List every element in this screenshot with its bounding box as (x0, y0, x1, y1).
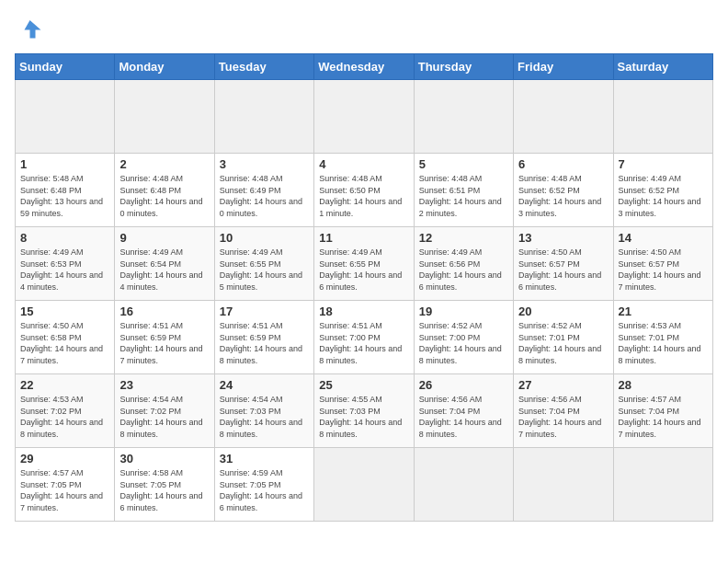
calendar-cell: 23Sunrise: 4:54 AMSunset: 7:02 PMDayligh… (115, 374, 214, 448)
day-detail: Sunrise: 4:55 AMSunset: 7:03 PMDaylight:… (319, 394, 408, 440)
calendar-cell: 24Sunrise: 4:54 AMSunset: 7:03 PMDayligh… (214, 374, 313, 448)
calendar-cell (214, 80, 313, 154)
day-detail: Sunrise: 4:56 AMSunset: 7:04 PMDaylight:… (419, 394, 508, 440)
calendar-cell (514, 80, 613, 154)
calendar-cell: 19Sunrise: 4:52 AMSunset: 7:00 PMDayligh… (414, 301, 513, 374)
calendar-header-row: SundayMondayTuesdayWednesdayThursdayFrid… (16, 54, 713, 80)
calendar-cell: 10Sunrise: 4:49 AMSunset: 6:55 PMDayligh… (214, 227, 313, 301)
header-day-friday: Friday (514, 54, 613, 80)
calendar-cell: 27Sunrise: 4:56 AMSunset: 7:04 PMDayligh… (514, 374, 613, 448)
day-detail: Sunrise: 4:51 AMSunset: 6:59 PMDaylight:… (220, 320, 309, 366)
calendar-cell: 2Sunrise: 4:48 AMSunset: 6:48 PMDaylight… (115, 154, 214, 227)
calendar-cell (414, 448, 513, 522)
calendar-cell (613, 80, 712, 154)
day-number: 27 (518, 378, 608, 392)
day-detail: Sunrise: 4:50 AMSunset: 6:57 PMDaylight:… (518, 247, 608, 293)
calendar-cell: 29Sunrise: 4:57 AMSunset: 7:05 PMDayligh… (16, 448, 115, 522)
header-day-sunday: Sunday (16, 54, 115, 80)
calendar-table: SundayMondayTuesdayWednesdayThursdayFrid… (15, 53, 713, 522)
calendar-cell: 21Sunrise: 4:53 AMSunset: 7:01 PMDayligh… (613, 301, 712, 374)
calendar-cell: 22Sunrise: 4:53 AMSunset: 7:02 PMDayligh… (16, 374, 115, 448)
day-number: 28 (619, 378, 708, 392)
day-number: 29 (20, 452, 109, 465)
header-day-saturday: Saturday (613, 54, 712, 80)
day-detail: Sunrise: 4:59 AMSunset: 7:05 PMDaylight:… (220, 467, 309, 513)
calendar-cell: 26Sunrise: 4:56 AMSunset: 7:04 PMDayligh… (414, 374, 513, 448)
day-number: 16 (119, 304, 209, 318)
calendar-cell: 18Sunrise: 4:51 AMSunset: 7:00 PMDayligh… (314, 301, 414, 374)
day-detail: Sunrise: 4:49 AMSunset: 6:55 PMDaylight:… (220, 247, 309, 293)
day-number: 26 (419, 378, 508, 392)
calendar-cell: 30Sunrise: 4:58 AMSunset: 7:05 PMDayligh… (115, 448, 214, 522)
calendar-cell: 25Sunrise: 4:55 AMSunset: 7:03 PMDayligh… (314, 374, 414, 448)
day-detail: Sunrise: 4:56 AMSunset: 7:04 PMDaylight:… (518, 394, 608, 440)
header-day-monday: Monday (115, 54, 214, 80)
calendar-week-row: 15Sunrise: 4:50 AMSunset: 6:58 PMDayligh… (16, 301, 713, 374)
day-number: 24 (220, 378, 309, 392)
day-detail: Sunrise: 4:51 AMSunset: 7:00 PMDaylight:… (319, 320, 408, 366)
calendar-cell (16, 80, 115, 154)
calendar-cell: 14Sunrise: 4:50 AMSunset: 6:57 PMDayligh… (613, 227, 712, 301)
day-number: 25 (319, 378, 408, 392)
day-detail: Sunrise: 4:52 AMSunset: 7:00 PMDaylight:… (419, 320, 508, 366)
day-number: 6 (518, 157, 608, 171)
day-detail: Sunrise: 4:52 AMSunset: 7:01 PMDaylight:… (518, 320, 608, 366)
calendar-week-row (16, 80, 713, 154)
calendar-week-row: 29Sunrise: 4:57 AMSunset: 7:05 PMDayligh… (16, 448, 713, 522)
header (15, 15, 713, 42)
day-detail: Sunrise: 4:53 AMSunset: 7:01 PMDaylight:… (619, 320, 708, 366)
calendar-cell: 7Sunrise: 4:49 AMSunset: 6:52 PMDaylight… (613, 154, 712, 227)
day-number: 15 (20, 304, 109, 318)
calendar-cell (115, 80, 214, 154)
calendar-cell: 11Sunrise: 4:49 AMSunset: 6:55 PMDayligh… (314, 227, 414, 301)
day-number: 1 (20, 157, 109, 171)
calendar-week-row: 8Sunrise: 4:49 AMSunset: 6:53 PMDaylight… (16, 227, 713, 301)
calendar-cell: 5Sunrise: 4:48 AMSunset: 6:51 PMDaylight… (414, 154, 513, 227)
calendar-cell: 1Sunrise: 5:48 AMSunset: 6:48 PMDaylight… (16, 154, 115, 227)
calendar-cell: 13Sunrise: 4:50 AMSunset: 6:57 PMDayligh… (514, 227, 613, 301)
calendar-cell (613, 448, 712, 522)
calendar-cell (514, 448, 613, 522)
day-detail: Sunrise: 4:53 AMSunset: 7:02 PMDaylight:… (20, 394, 109, 440)
day-detail: Sunrise: 4:51 AMSunset: 6:59 PMDaylight:… (119, 320, 209, 366)
day-detail: Sunrise: 4:54 AMSunset: 7:02 PMDaylight:… (119, 394, 209, 440)
calendar-cell: 12Sunrise: 4:49 AMSunset: 6:56 PMDayligh… (414, 227, 513, 301)
day-number: 31 (220, 452, 309, 465)
calendar-cell: 9Sunrise: 4:49 AMSunset: 6:54 PMDaylight… (115, 227, 214, 301)
day-detail: Sunrise: 4:49 AMSunset: 6:52 PMDaylight:… (619, 173, 708, 219)
day-detail: Sunrise: 4:48 AMSunset: 6:50 PMDaylight:… (319, 173, 408, 219)
day-detail: Sunrise: 4:54 AMSunset: 7:03 PMDaylight:… (220, 394, 309, 440)
day-number: 30 (119, 452, 209, 465)
day-detail: Sunrise: 5:48 AMSunset: 6:48 PMDaylight:… (20, 173, 109, 219)
day-detail: Sunrise: 4:48 AMSunset: 6:51 PMDaylight:… (419, 173, 508, 219)
day-number: 18 (319, 304, 408, 318)
day-number: 13 (518, 231, 608, 245)
day-number: 8 (20, 231, 109, 245)
day-number: 7 (619, 157, 708, 171)
day-number: 4 (319, 157, 408, 171)
day-number: 21 (619, 304, 708, 318)
day-detail: Sunrise: 4:49 AMSunset: 6:53 PMDaylight:… (20, 247, 109, 293)
day-number: 20 (518, 304, 608, 318)
calendar-cell (414, 80, 513, 154)
day-detail: Sunrise: 4:49 AMSunset: 6:55 PMDaylight:… (319, 247, 408, 293)
calendar-week-row: 1Sunrise: 5:48 AMSunset: 6:48 PMDaylight… (16, 154, 713, 227)
calendar-cell: 16Sunrise: 4:51 AMSunset: 6:59 PMDayligh… (115, 301, 214, 374)
header-day-wednesday: Wednesday (314, 54, 414, 80)
calendar-cell (314, 80, 414, 154)
calendar-cell: 15Sunrise: 4:50 AMSunset: 6:58 PMDayligh… (16, 301, 115, 374)
header-day-thursday: Thursday (414, 54, 513, 80)
calendar-cell: 4Sunrise: 4:48 AMSunset: 6:50 PMDaylight… (314, 154, 414, 227)
day-number: 2 (119, 157, 209, 171)
calendar-cell: 6Sunrise: 4:48 AMSunset: 6:52 PMDaylight… (514, 154, 613, 227)
logo-icon (15, 15, 42, 42)
day-number: 22 (20, 378, 109, 392)
day-detail: Sunrise: 4:48 AMSunset: 6:48 PMDaylight:… (119, 173, 209, 219)
day-number: 5 (419, 157, 508, 171)
day-detail: Sunrise: 4:49 AMSunset: 6:56 PMDaylight:… (419, 247, 508, 293)
day-detail: Sunrise: 4:50 AMSunset: 6:57 PMDaylight:… (619, 247, 708, 293)
day-number: 17 (220, 304, 309, 318)
day-detail: Sunrise: 4:48 AMSunset: 6:49 PMDaylight:… (220, 173, 309, 219)
day-number: 14 (619, 231, 708, 245)
logo (15, 15, 46, 42)
